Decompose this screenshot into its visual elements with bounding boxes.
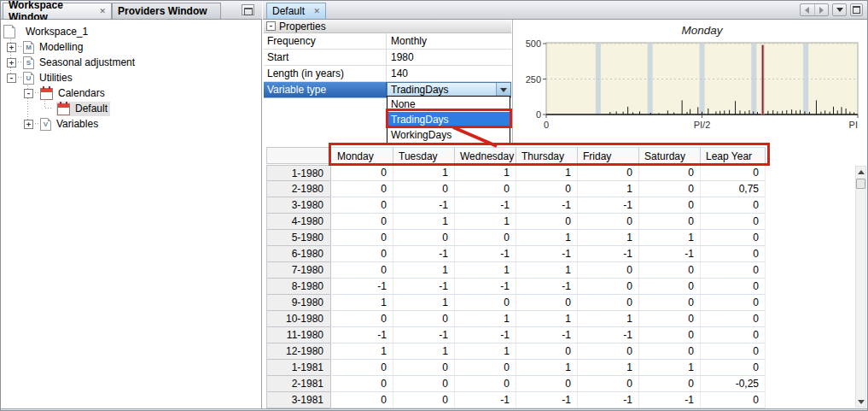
table-cell[interactable]: 0 <box>578 214 639 230</box>
table-cell[interactable]: 0 <box>516 181 578 197</box>
expand-toggle[interactable]: + <box>7 43 16 52</box>
table-cell[interactable]: 0 <box>332 181 393 197</box>
expand-toggle[interactable]: + <box>7 58 16 68</box>
close-icon[interactable]: ✕ <box>94 7 106 15</box>
property-row-start[interactable]: Start 1980 <box>264 50 511 66</box>
table-cell[interactable]: 0 <box>639 181 701 197</box>
table-cell[interactable]: 1 <box>516 311 578 327</box>
table-cell[interactable]: 1 <box>516 165 578 181</box>
minimize-group-button[interactable] <box>242 4 254 15</box>
row-header[interactable]: 9-1980 <box>266 294 331 311</box>
table-cell[interactable]: 0 <box>701 262 766 279</box>
table-cell[interactable]: 0 <box>701 311 766 327</box>
table-cell[interactable]: 1 <box>393 214 455 230</box>
table-cell[interactable]: 1 <box>393 295 455 311</box>
table-cell[interactable]: 0 <box>332 165 393 181</box>
table-cell[interactable]: 1 <box>332 295 393 311</box>
table-cell[interactable]: 0 <box>701 295 766 311</box>
table-cell[interactable]: 0 <box>393 311 455 327</box>
row-header[interactable]: 7-1980 <box>266 261 331 279</box>
column-header-tuesday[interactable]: Tuesday <box>393 147 455 164</box>
table-cell[interactable]: -1 <box>516 197 578 214</box>
table-cell[interactable]: 1 <box>578 230 639 246</box>
property-row-length[interactable]: Length (in years) 140 <box>264 66 511 82</box>
tab-providers-window[interactable]: Providers Window <box>112 3 221 19</box>
table-cell[interactable]: -1 <box>393 246 455 262</box>
table-cell[interactable]: -1 <box>639 246 701 262</box>
table-cell[interactable]: -1 <box>639 392 701 408</box>
collapse-icon[interactable]: - <box>266 21 276 31</box>
table-cell[interactable]: -1 <box>455 197 516 214</box>
collapse-toggle[interactable]: - <box>24 89 33 98</box>
table-cell[interactable]: 0 <box>455 230 516 246</box>
property-value[interactable]: Monthly <box>387 33 511 49</box>
table-cell[interactable]: 1 <box>393 165 455 181</box>
table-cell[interactable]: 0 <box>639 214 701 230</box>
table-cell[interactable]: 0 <box>701 197 766 214</box>
table-cell[interactable]: -1 <box>455 246 516 262</box>
column-header-monday[interactable]: Monday <box>332 147 393 164</box>
table-cell[interactable]: 0 <box>332 376 393 392</box>
table-cell[interactable]: -1 <box>578 197 639 214</box>
table-cell[interactable]: 1 <box>455 262 516 279</box>
column-header-thursday[interactable]: Thursday <box>516 147 578 164</box>
row-header[interactable]: 8-1980 <box>266 278 331 295</box>
property-value[interactable]: 140 <box>387 66 511 81</box>
table-cell[interactable]: 1 <box>455 214 516 230</box>
row-header[interactable]: 1-1981 <box>266 359 331 376</box>
tree-item-calendars[interactable]: -Calendars <box>1 85 261 101</box>
table-cell[interactable]: -1 <box>578 392 639 408</box>
table-cell[interactable]: 0 <box>578 165 639 181</box>
table-cell[interactable]: 0 <box>578 279 639 295</box>
table-cell[interactable]: 0 <box>455 295 516 311</box>
table-cell[interactable]: 1 <box>393 343 455 360</box>
column-header-friday[interactable]: Friday <box>578 147 639 164</box>
table-cell[interactable]: 0 <box>701 392 766 408</box>
scrollbar-up-button[interactable] <box>856 167 865 177</box>
table-cell[interactable]: 0 <box>332 230 393 246</box>
table-cell[interactable]: 0 <box>332 246 393 262</box>
tree-item-workspace-root[interactable]: Workspace_1 <box>1 24 261 39</box>
table-cell[interactable]: 0 <box>516 343 578 360</box>
table-cell[interactable]: 1 <box>455 165 516 181</box>
row-header[interactable]: 1-1980 <box>266 165 331 181</box>
table-cell[interactable]: 1 <box>516 230 578 246</box>
property-row-frequency[interactable]: Frequency Monthly <box>264 33 511 50</box>
maximize-button[interactable] <box>850 3 863 16</box>
table-cell[interactable]: -1 <box>516 392 578 408</box>
row-header[interactable]: 3-1980 <box>266 197 331 214</box>
table-cell[interactable]: 0 <box>639 165 701 181</box>
table-cell[interactable]: 0 <box>639 295 701 311</box>
table-cell[interactable]: 1 <box>578 181 639 197</box>
column-header-leap-year[interactable]: Leap Year <box>701 147 766 164</box>
table-cell[interactable]: -0,25 <box>701 376 766 392</box>
table-cell[interactable]: 0 <box>701 230 766 246</box>
table-cell[interactable]: -1 <box>455 279 516 295</box>
table-cell[interactable]: 0 <box>701 360 766 376</box>
table-cell[interactable]: -1 <box>516 279 578 295</box>
table-cell[interactable]: 0 <box>701 279 766 295</box>
dropdown-option-none[interactable]: None <box>387 97 510 112</box>
expand-toggle[interactable]: + <box>24 120 33 129</box>
table-cell[interactable]: 0 <box>639 376 701 392</box>
tree-item-modelling[interactable]: +MModelling <box>1 39 261 55</box>
tab-workspace-window[interactable]: Workspace Window ✕ <box>3 3 112 19</box>
tab-default[interactable]: Default ✕ <box>266 3 326 19</box>
table-cell[interactable]: 0 <box>639 262 701 279</box>
table-cell[interactable]: 0 <box>393 360 455 376</box>
table-cell[interactable]: 0 <box>455 376 516 392</box>
row-header[interactable]: 6-1980 <box>266 245 331 262</box>
row-header[interactable]: 10-1980 <box>266 310 331 327</box>
table-cell[interactable]: 0 <box>393 181 455 197</box>
table-cell[interactable]: 0 <box>393 376 455 392</box>
table-cell[interactable]: 0 <box>516 295 578 311</box>
table-cell[interactable]: 0 <box>332 392 393 408</box>
table-cell[interactable]: 1 <box>455 311 516 327</box>
table-cell[interactable]: 1 <box>516 262 578 279</box>
table-cell[interactable]: 0 <box>701 214 766 230</box>
table-cell[interactable]: -1 <box>393 197 455 214</box>
row-header[interactable]: 4-1980 <box>266 213 331 230</box>
table-cell[interactable]: 0 <box>701 343 766 360</box>
table-cell[interactable]: 0 <box>332 214 393 230</box>
property-value[interactable]: 1980 <box>387 50 511 65</box>
